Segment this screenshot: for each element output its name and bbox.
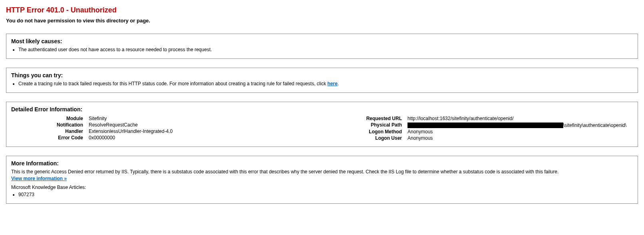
causes-item: The authenticated user does not have acc… (18, 47, 633, 52)
details-left-column: Module Sitefinity Notification ResolveRe… (11, 115, 314, 142)
logon-user-label: Logon User (330, 135, 407, 141)
try-item-suffix: . (338, 81, 339, 86)
try-item-prefix: Create a tracing rule to track failed re… (18, 81, 327, 86)
more-info-heading: More Information: (11, 160, 633, 167)
error-title: HTTP Error 401.0 - Unauthorized (6, 6, 638, 14)
try-heading: Things you can try: (11, 72, 633, 78)
logon-method-label: Logon Method (330, 129, 407, 135)
error-subtitle: You do not have permission to view this … (6, 18, 638, 24)
physical-path-label: Physical Path (330, 122, 407, 128)
redacted-path (407, 123, 563, 128)
causes-section: Most likely causes: The authenticated us… (6, 34, 638, 59)
details-right-column: Requested URL http://localhost:1632/site… (330, 115, 633, 142)
physical-path-value: \sitefinity\authenticate\openid\ (407, 122, 633, 128)
physical-path-suffix: \sitefinity\authenticate\openid\ (563, 123, 626, 128)
try-item: Create a tracing rule to track failed re… (18, 81, 633, 86)
module-value: Sitefinity (89, 116, 314, 121)
handler-value: ExtensionlessUrlHandler-Integrated-4.0 (89, 129, 314, 134)
more-info-text: This is the generic Access Denied error … (11, 169, 633, 175)
more-info-section: More Information: This is the generic Ac… (6, 156, 638, 204)
errorcode-value: 0x00000000 (89, 135, 314, 141)
errorcode-label: Error Code (11, 135, 89, 141)
details-section: Detailed Error Information: Module Sitef… (6, 102, 638, 147)
logon-user-value: Anonymous (407, 135, 633, 141)
causes-heading: Most likely causes: (11, 38, 633, 44)
kb-articles-label: Microsoft Knowledge Base Articles: (11, 185, 633, 190)
view-more-info-link[interactable]: View more information » (11, 176, 67, 181)
tracing-rule-link[interactable]: here (327, 81, 337, 86)
notification-label: Notification (11, 122, 89, 128)
module-label: Module (11, 116, 89, 121)
requested-url-label: Requested URL (330, 116, 407, 121)
try-section: Things you can try: Create a tracing rul… (6, 68, 638, 93)
kb-article-item: 907273 (18, 192, 633, 197)
details-heading: Detailed Error Information: (11, 106, 633, 112)
handler-label: Handler (11, 129, 89, 134)
notification-value: ResolveRequestCache (89, 122, 314, 128)
logon-method-value: Anonymous (407, 129, 633, 135)
requested-url-value: http://localhost:1632/sitefinity/authent… (407, 116, 633, 121)
